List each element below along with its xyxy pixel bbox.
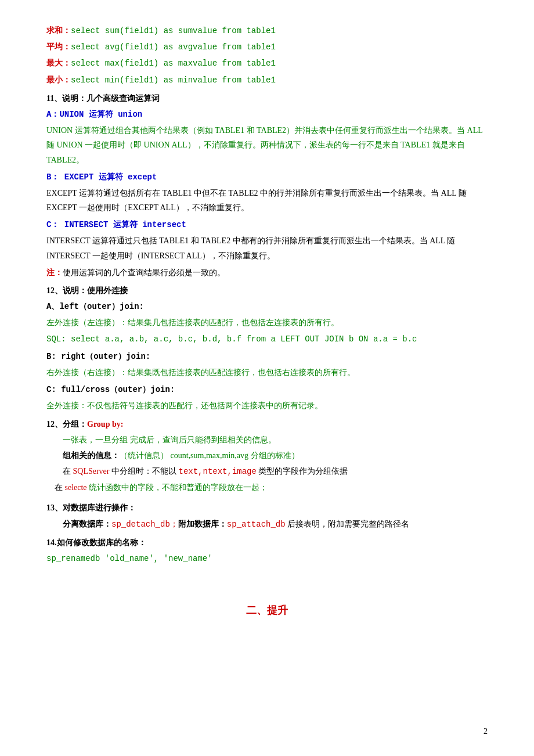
join-a-label: A、left（outer）join: — [46, 302, 144, 311]
section12b-title: 12、分组：Group by: — [46, 417, 488, 431]
type-keywords: text,ntext,image — [179, 467, 257, 476]
union-text: UNION 运算符通过组合其他两个结果表（例如 TABLE1 和 TABLE2）… — [46, 126, 482, 164]
selecte-pre: 在 — [55, 483, 65, 492]
max-code: select max(field1) as maxvalue from tabl… — [71, 59, 276, 68]
page-content: 求和：select sum(field1) as sumvalue from t… — [46, 23, 488, 620]
section13-title: 13、对数据库进行操作： — [46, 501, 488, 515]
page-number: 2 — [484, 724, 488, 739]
join-b-text: 右外连接（右连接）：结果集既包括连接表的匹配连接行，也包括右连接表的所有行。 — [46, 368, 355, 377]
sum-line: 求和：select sum(field1) as sumvalue from t… — [46, 23, 488, 38]
groupby-line1: 一张表，一旦分组 完成后，查询后只能得到组相关的信息。 — [46, 433, 488, 447]
detach-label: 分离数据库： — [63, 520, 111, 528]
detach-code: sp_detach_db； — [111, 520, 178, 529]
section14-code-text: sp_renamedb 'old_name', 'new_name' — [46, 554, 212, 563]
section12b-label: 12、分组： — [46, 420, 87, 429]
join-a-sql-text: SQL: select a.a, a.b, a.c, b.c, b.d, b.f… — [46, 334, 417, 344]
sum-label: 求和： — [46, 26, 71, 35]
join-b-label: B: right（outer）join: — [46, 352, 150, 361]
divider-title: 二、提升 — [246, 604, 288, 616]
groupby-sqlserver: 在 SQLServer 中分组时：不能以 text,ntext,image 类型… — [46, 464, 488, 479]
join-a-text: 左外连接（左连接）：结果集几包括连接表的匹配行，也包括左连接表的所有行。 — [46, 318, 339, 327]
intersect-text: INTERSECT 运算符通过只包括 TABLE1 和 TABLE2 中都有的行… — [46, 236, 455, 260]
join-a-body: 左外连接（左连接）：结果集几包括连接表的匹配行，也包括左连接表的所有行。 — [46, 315, 488, 330]
join-b-header: B: right（outer）join: — [46, 349, 488, 364]
except-header: B： EXCEPT 运算符 except — [46, 172, 157, 182]
section13-heading: 13、对数据库进行操作： — [46, 503, 136, 512]
groupby-line2-body: （统计信息） count,sum,max,min,avg 分组的标准） — [120, 451, 300, 460]
attach-rest: 后接表明，附加需要完整的路径名 — [286, 520, 410, 528]
min-code: select min(field1) as minvalue from tabl… — [71, 75, 276, 85]
join-c-text: 全外连接：不仅包括符号连接表的匹配行，还包括两个连接表中的所有记录。 — [46, 401, 323, 410]
join-a-sql: SQL: select a.a, a.b, a.c, b.c, b.d, b.f… — [46, 332, 488, 347]
section12-title: 12、说明：使用外连接 — [46, 283, 488, 298]
section12-heading: 12、说明：使用外连接 — [46, 286, 128, 295]
divider-section: 二、提升 — [46, 601, 488, 620]
note-label: 注： — [46, 268, 63, 277]
groupby-label: Group by: — [87, 420, 123, 429]
join-a-header: A、left（outer）join: — [46, 299, 488, 314]
selecte-keyword: selecte — [65, 483, 87, 492]
join-c-header: C: full/cross（outer）join: — [46, 382, 488, 397]
union-body: UNION 运算符通过组合其他两个结果表（例如 TABLE1 和 TABLE2）… — [46, 123, 488, 167]
except-body: EXCEPT 运算符通过包括所有在 TABLE1 中但不在 TABLE2 中的行… — [46, 186, 488, 215]
join-c-label: C: full/cross（outer）join: — [46, 385, 175, 394]
except-text: EXCEPT 运算符通过包括所有在 TABLE1 中但不在 TABLE2 中的行… — [46, 189, 467, 212]
note-text: 使用运算词的几个查询结果行必须是一致的。 — [63, 268, 225, 277]
groupby-sqlserver-pre: 在 — [63, 467, 73, 476]
intersect-body: INTERSECT 运算符通过只包括 TABLE1 和 TABLE2 中都有的行… — [46, 233, 488, 262]
section13-body1: 分离数据库：sp_detach_db；附加数据库：sp_attach_db 后接… — [46, 517, 488, 532]
attach-label: 附加数据库： — [178, 520, 227, 528]
sum-code: select sum(field1) as sumvalue from tabl… — [71, 26, 276, 35]
groupby-sqlserver-mid: 中分组时：不能以 — [110, 467, 179, 476]
avg-line: 平均：select avg(field1) as avgvalue from t… — [46, 39, 488, 55]
intersect-header: C： INTERSECT 运算符 intersect — [46, 220, 186, 229]
groupby-sqlserver-end: 类型的字段作为分组依据 — [257, 467, 348, 476]
max-label: 最大： — [46, 59, 71, 67]
section-except: B： EXCEPT 运算符 except — [46, 170, 488, 185]
groupby-selecte: 在 selecte 统计函数中的字段，不能和普通的字段放在一起； — [46, 480, 488, 495]
section14-title: 14.如何修改数据库的名称： — [46, 535, 488, 550]
join-c-body: 全外连接：不仅包括符号连接表的匹配行，还包括两个连接表中的所有记录。 — [46, 398, 488, 413]
section11-heading: 11、说明：几个高级查询运算词 — [46, 94, 160, 103]
min-line: 最小：select min(field1) as minvalue from t… — [46, 73, 488, 88]
section-union: A：UNION 运算符 union — [46, 107, 488, 122]
join-b-body: 右外连接（右连接）：结果集既包括连接表的匹配连接行，也包括右连接表的所有行。 — [46, 365, 488, 380]
groupby-text1: 一张表，一旦分组 完成后，查询后只能得到组相关的信息。 — [63, 435, 276, 444]
avg-code: select avg(field1) as avgvalue from tabl… — [71, 42, 276, 52]
section14-code: sp_renamedb 'old_name', 'new_name' — [46, 551, 488, 566]
section-intersect: C： INTERSECT 运算符 intersect — [46, 217, 488, 232]
section11-title: 11、说明：几个高级查询运算词 — [46, 91, 488, 106]
section14-heading: 14.如何修改数据库的名称： — [46, 538, 146, 547]
attach-code: sp_attach_db — [227, 520, 286, 529]
groupby-line2-label: 组相关的信息： — [63, 451, 120, 460]
avg-label: 平均： — [46, 42, 71, 51]
note-line: 注：使用运算词的几个查询结果行必须是一致的。 — [46, 265, 488, 280]
selecte-text: 统计函数中的字段，不能和普通的字段放在一起； — [87, 483, 268, 492]
max-line: 最大：select max(field1) as maxvalue from t… — [46, 56, 488, 71]
union-header: A：UNION 运算符 union — [46, 110, 142, 119]
groupby-line2: 组相关的信息：（统计信息） count,sum,max,min,avg 分组的标… — [46, 448, 488, 463]
min-label: 最小： — [46, 75, 71, 84]
sqlserver-keyword: SQLServer — [73, 467, 110, 476]
